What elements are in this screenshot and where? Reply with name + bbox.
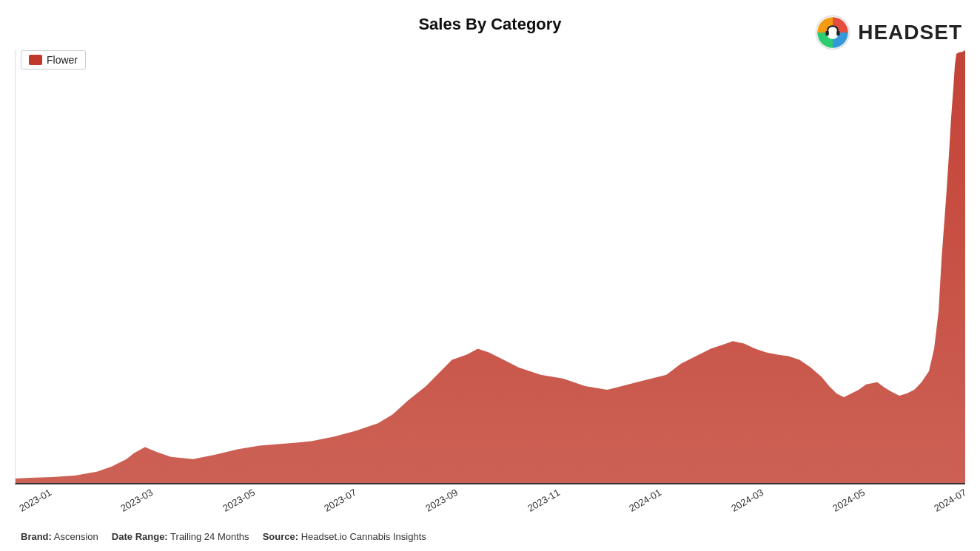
date-value: Trailing 24 Months	[170, 531, 249, 542]
x-label-3: 2023-07	[322, 487, 358, 514]
brand-value: Ascension	[54, 531, 98, 542]
x-label-1: 2023-03	[119, 487, 155, 514]
x-label-4: 2023-09	[424, 487, 460, 514]
x-label-8: 2024-05	[830, 487, 867, 514]
x-label-2: 2023-05	[221, 487, 257, 514]
footer: Brand: Ascension Date Range: Trailing 24…	[21, 530, 426, 545]
svg-rect-2	[826, 30, 829, 36]
date-label: Date Range:	[112, 531, 168, 542]
chart-container: Sales By Category HEADSET Flower	[0, 0, 980, 551]
logo-text: HEADSET	[858, 21, 962, 44]
x-axis: 2023-01 2023-03 2023-05 2023-07 2023-09 …	[15, 496, 965, 507]
chart-area	[15, 50, 965, 484]
x-label-5: 2023-11	[526, 487, 562, 514]
source-label: Source:	[263, 531, 298, 542]
svg-rect-3	[836, 30, 839, 36]
logo: HEADSET	[813, 13, 962, 52]
chart-svg	[16, 50, 965, 483]
x-label-0: 2023-01	[17, 487, 53, 514]
logo-icon	[813, 13, 852, 52]
x-label-9: 2024-07	[932, 487, 968, 514]
brand-label: Brand:	[21, 531, 52, 542]
x-label-6: 2024-01	[627, 487, 663, 514]
area-path	[16, 50, 965, 483]
x-label-7: 2024-03	[729, 487, 765, 514]
source-value: Headset.io Cannabis Insights	[301, 531, 426, 542]
